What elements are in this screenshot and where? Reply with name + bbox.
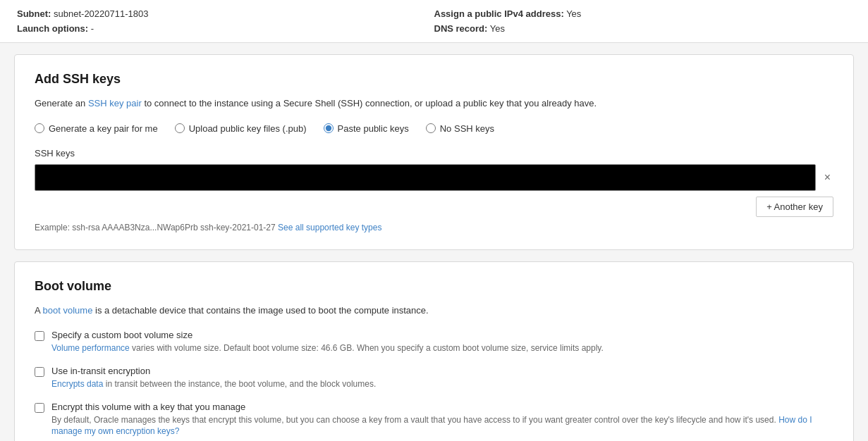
encrypt-key-content: Encrypt this volume with a key that you … [51,402,833,438]
radio-paste-label: Paste public keys [338,123,409,134]
ssh-radio-group: Generate a key pair for me Upload public… [35,123,833,134]
in-transit-desc-text: in transit between the instance, the boo… [103,379,376,389]
encrypt-key-label[interactable]: Encrypt this volume with a key that you … [51,402,833,412]
checkbox-custom-size: Specify a custom boot volume size Volume… [35,330,833,354]
radio-upload-input[interactable] [175,123,185,133]
ssh-section-title: Add SSH keys [35,72,833,87]
in-transit-label[interactable]: Use in-transit encryption [51,366,376,376]
dns-label: DNS record: [434,23,488,34]
radio-paste-input[interactable] [324,123,334,133]
custom-size-content: Specify a custom boot volume size Volume… [51,330,604,354]
supported-key-types-link[interactable]: See all supported key types [278,223,381,232]
ssh-example-text: Example: ssh-rsa AAAAB3Nza...NWap6Prb ss… [35,223,276,232]
encrypt-key-desc: By default, Oracle manages the keys that… [51,414,833,438]
another-key-button[interactable]: + Another key [756,197,833,217]
subnet-label: Subnet: [17,8,51,19]
boot-volume-link[interactable]: boot volume [43,305,93,316]
top-info-bar: Subnet: subnet-20220711-1803 Launch opti… [0,0,868,43]
custom-size-checkbox[interactable] [35,331,44,341]
radio-none-label: No SSH keys [440,123,494,134]
ssh-section-desc: Generate an SSH key pair to connect to t… [35,97,833,111]
encrypt-key-desc-text: By default, Oracle manages the keys that… [51,415,776,425]
custom-size-desc-text: varies with volume size. Default boot vo… [130,343,604,353]
radio-upload-label: Upload public key files (.pub) [189,123,307,134]
radio-none[interactable]: No SSH keys [426,123,494,134]
dns-value: Yes [490,23,505,34]
ssh-keys-section: Add SSH keys Generate an SSH key pair to… [14,54,854,250]
launch-options-info: Launch options: - [17,23,434,34]
ssh-desc-after-link: to connect to the instance using a Secur… [142,98,597,108]
boot-volume-section: Boot volume A boot volume is a detachabl… [14,261,854,442]
launch-options-value: - [91,23,94,34]
volume-performance-link[interactable]: Volume performance [51,343,130,353]
ssh-key-pair-link[interactable]: SSH key pair [88,98,142,108]
ssh-example: Example: ssh-rsa AAAAB3Nza...NWap6Prb ss… [35,223,833,232]
page-wrapper: Subnet: subnet-20220711-1803 Launch opti… [0,0,868,441]
close-icon: × [824,171,831,184]
radio-generate-input[interactable] [35,123,44,133]
encrypt-key-checkbox[interactable] [35,403,44,413]
dns-info: DNS record: Yes [434,23,852,34]
custom-size-desc: Volume performance varies with volume si… [51,342,604,354]
top-info-left: Subnet: subnet-20220711-1803 Launch opti… [17,8,434,34]
radio-generate-label: Generate a key pair for me [49,123,158,134]
radio-upload[interactable]: Upload public key files (.pub) [175,123,307,134]
boot-section-title: Boot volume [35,279,833,294]
boot-section-desc: A boot volume is a detachable device tha… [35,304,833,318]
checkbox-in-transit: Use in-transit encryption Encrypts data … [35,366,833,390]
assign-ipv4-label: Assign a public IPv4 address: [434,8,564,19]
assign-ipv4-info: Assign a public IPv4 address: Yes [434,8,852,19]
in-transit-content: Use in-transit encryption Encrypts data … [51,366,376,390]
subnet-value: subnet-20220711-1803 [54,8,148,19]
radio-none-input[interactable] [426,123,436,133]
in-transit-desc: Encrypts data in transit between the ins… [51,378,376,390]
custom-size-label[interactable]: Specify a custom boot volume size [51,330,604,340]
assign-ipv4-value: Yes [566,8,581,19]
ssh-key-row: × [35,164,833,191]
radio-paste[interactable]: Paste public keys [324,123,409,134]
ssh-key-input[interactable] [35,164,816,191]
launch-options-label: Launch options: [17,23,88,34]
encrypts-data-link[interactable]: Encrypts data [51,379,103,389]
ssh-desc-before-link: Generate an [35,98,88,108]
boot-desc-before-link: A [35,305,43,316]
boot-checkbox-group: Specify a custom boot volume size Volume… [35,330,833,437]
in-transit-checkbox[interactable] [35,367,44,377]
boot-desc-after-link: is a detachable device that contains the… [92,305,428,316]
top-info-right: Assign a public IPv4 address: Yes DNS re… [434,8,852,34]
checkbox-encrypt-key: Encrypt this volume with a key that you … [35,402,833,438]
subnet-info: Subnet: subnet-20220711-1803 [17,8,434,19]
another-key-row: + Another key [35,197,833,217]
radio-generate[interactable]: Generate a key pair for me [35,123,158,134]
ssh-keys-label: SSH keys [35,148,833,159]
remove-key-button[interactable]: × [821,168,833,187]
